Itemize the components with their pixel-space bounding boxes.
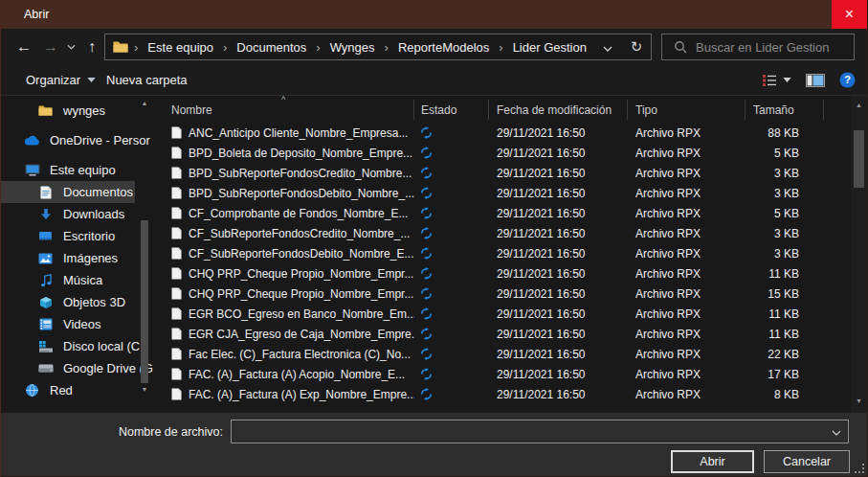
sidebar-item-onedrive-persor[interactable]: OneDrive - Persor xyxy=(1,129,154,151)
file-row[interactable]: BPD_SubReporteFondosCredito_Nombre...29/… xyxy=(154,163,851,183)
search-input[interactable] xyxy=(696,40,854,55)
file-row[interactable]: BPD_Boleta de Deposito_Nombre_Empre...29… xyxy=(154,143,851,163)
back-button[interactable]: ← xyxy=(12,29,35,65)
cancel-button[interactable]: Cancelar xyxy=(764,450,850,473)
file-name: CHQ PRP_Cheque Propio_Nombre_Empr... xyxy=(189,287,413,301)
new-folder-button[interactable]: Nueva carpeta xyxy=(97,65,197,95)
file-row[interactable]: FAC. (A)_Factura (A) Acopio_Nombre_E...2… xyxy=(154,364,851,384)
breadcrumb-separator-icon: › xyxy=(128,40,144,55)
scroll-up-icon[interactable]: ▲ xyxy=(139,100,150,106)
file-size: 5 KB xyxy=(746,207,824,220)
sidebar-item-label: Imágenes xyxy=(63,251,118,265)
command-bar: Organizar Nueva carpeta xyxy=(1,65,867,96)
forward-button[interactable]: → xyxy=(39,29,62,65)
sidebar-scrollbar-thumb[interactable] xyxy=(141,220,148,383)
sidebar-item-videos[interactable]: Videos xyxy=(1,313,154,335)
sidebar-item-disco-local-c-[interactable]: Disco local (C:) xyxy=(1,335,154,357)
svg-text:?: ? xyxy=(844,74,851,85)
sync-pending-icon xyxy=(414,307,489,320)
sidebar-item-documentos[interactable]: Documentos xyxy=(1,181,135,203)
scroll-up-icon[interactable]: ▲ xyxy=(851,102,867,108)
file-row[interactable]: CF_Comprobante de Fondos_Nombre_E...29/1… xyxy=(154,203,851,223)
sidebar-item-label: Música xyxy=(63,273,102,287)
scroll-down-icon[interactable]: ▼ xyxy=(851,398,867,404)
image-icon xyxy=(37,253,54,264)
file-row[interactable]: EGR CJA_Egreso de Caja_Nombre_Empre...29… xyxy=(154,324,851,344)
file-type: Archivo RPX xyxy=(628,267,746,281)
sidebar-item-escritorio[interactable]: Escritorio xyxy=(1,225,154,247)
file-row[interactable]: CHQ PRP_Cheque Propio_Nombre_Empr...29/1… xyxy=(154,284,851,304)
list-scrollbar-thumb[interactable] xyxy=(854,130,864,188)
file-type: Archivo RPX xyxy=(628,207,746,220)
sidebar-item-este-equipo[interactable]: Este equipo xyxy=(1,159,154,181)
organize-button[interactable]: Organizar xyxy=(16,65,105,95)
change-view-button[interactable] xyxy=(762,74,791,87)
sidebar-item-google-drive-g-[interactable]: Google Drive (G: xyxy=(1,357,154,379)
file-icon xyxy=(171,368,182,380)
sidebar-list: wyngesOneDrive - PersorEste equipoDocume… xyxy=(1,100,154,401)
file-name: CF_SubReporteFondosDebito_Nombre_E... xyxy=(189,247,413,261)
sidebar-item-downloads[interactable]: Downloads xyxy=(1,203,154,225)
breadcrumb-item[interactable]: Wynges xyxy=(326,40,379,55)
file-row[interactable]: EGR BCO_Egreso en Banco_Nombre_Em...29/1… xyxy=(154,304,851,324)
close-button[interactable]: × xyxy=(832,0,867,29)
file-icon xyxy=(171,147,182,159)
details-view-icon xyxy=(762,74,777,87)
sidebar-item-objetos-3d[interactable]: Objetos 3D xyxy=(1,291,154,313)
scroll-down-icon[interactable]: ▼ xyxy=(139,386,150,393)
breadcrumb-item[interactable]: Lider Gestion xyxy=(509,40,590,55)
file-row[interactable]: Fac Elec. (C)_Factura Electronica (C)_No… xyxy=(154,344,851,364)
disk-windows-icon xyxy=(37,340,54,353)
file-row[interactable]: FAC. (A)_Factura (A) Exp_Nombre_Empre...… xyxy=(154,384,851,404)
file-name: EGR CJA_Egreso de Caja_Nombre_Empre... xyxy=(189,328,414,341)
sidebar-item-red[interactable]: Red xyxy=(1,379,154,401)
open-button[interactable]: Abrir xyxy=(671,450,754,473)
file-row[interactable]: CF_SubReporteFondosDebito_Nombre_E...29/… xyxy=(154,243,851,263)
sync-pending-icon xyxy=(414,368,489,380)
file-row[interactable]: CHQ PRP_Cheque Propio_Nombre_Empr...29/1… xyxy=(154,263,851,284)
sidebar-item-label: Videos xyxy=(63,317,101,331)
refresh-button[interactable]: ↻ xyxy=(622,38,651,56)
breadcrumb-item[interactable]: ReporteModelos xyxy=(394,40,493,55)
chevron-down-icon xyxy=(603,46,612,52)
sync-pending-icon xyxy=(414,187,489,199)
sidebar-item-m-sica[interactable]: Música xyxy=(1,269,154,291)
file-row[interactable]: BPD_SubReporteFondosDebito_Nombre_...29/… xyxy=(154,183,851,203)
up-button[interactable]: ↑ xyxy=(80,29,103,65)
sync-pending-icon xyxy=(414,348,489,360)
address-dropdown-button[interactable] xyxy=(593,40,622,55)
file-type: Archivo RPX xyxy=(628,307,746,321)
file-row[interactable]: ANC_Anticipo Cliente_Nombre_Empresa...29… xyxy=(154,123,851,143)
file-name: BPD_SubReporteFondosCredito_Nombre... xyxy=(189,167,412,180)
help-button[interactable]: ? xyxy=(839,72,856,88)
file-date: 29/11/2021 16:50 xyxy=(489,227,628,240)
breadcrumb-separator-icon: › xyxy=(493,40,508,55)
column-header-fecha[interactable]: Fecha de modificación xyxy=(489,100,628,120)
sidebar-item-im-genes[interactable]: Imágenes xyxy=(1,247,154,269)
list-scrollbar[interactable]: ▲ ▼ xyxy=(851,96,867,414)
file-date: 29/11/2021 16:50 xyxy=(489,207,628,220)
file-date: 29/11/2021 16:50 xyxy=(489,348,628,361)
file-date: 29/11/2021 16:50 xyxy=(489,147,628,160)
column-header-estado[interactable]: Estado xyxy=(414,100,489,120)
sidebar-item-label: Este equipo xyxy=(50,163,116,177)
column-header-tipo[interactable]: Tipo xyxy=(628,100,746,120)
sidebar-scrollbar[interactable]: ▲ ▼ xyxy=(139,96,150,414)
recent-locations-button[interactable] xyxy=(63,29,78,65)
filename-input[interactable] xyxy=(232,425,825,439)
file-row[interactable]: CF_SubReporteFondosCredito_Nombre_...29/… xyxy=(154,223,851,243)
breadcrumb-item[interactable]: Documentos xyxy=(233,40,310,55)
search-icon xyxy=(674,40,687,54)
file-date: 29/11/2021 16:50 xyxy=(489,287,628,301)
computer-icon xyxy=(24,164,40,176)
file-icon xyxy=(171,227,182,239)
preview-pane-button[interactable] xyxy=(806,74,825,87)
sidebar-item-label: Documentos xyxy=(63,185,133,199)
sidebar-item-wynges[interactable]: wynges xyxy=(1,100,154,122)
breadcrumb-item[interactable]: Este equipo xyxy=(144,40,217,55)
resize-grip-icon[interactable] xyxy=(855,464,865,474)
file-size: 3 KB xyxy=(746,247,824,261)
filename-dropdown-button[interactable] xyxy=(825,425,848,439)
sync-pending-icon xyxy=(414,287,489,300)
column-header-tamano[interactable]: Tamaño xyxy=(746,100,824,120)
